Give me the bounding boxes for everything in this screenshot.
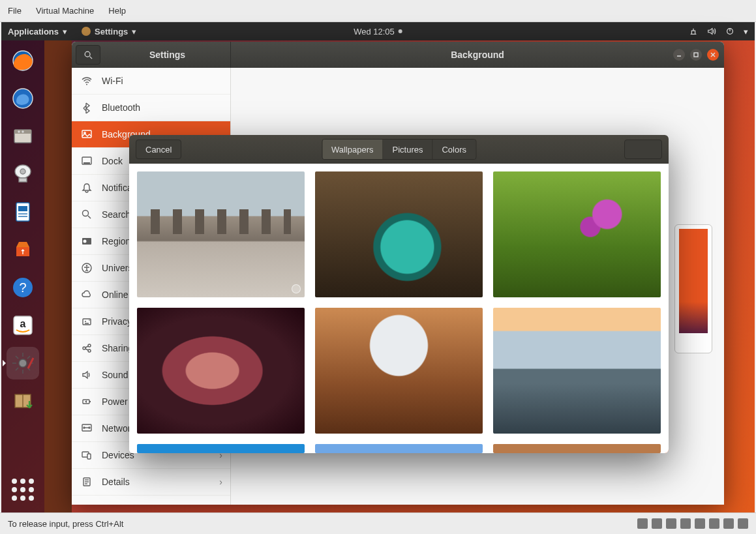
launcher-writer[interactable] [7,196,39,228]
show-applications-button[interactable] [7,473,39,506]
desktop: ? a Settings Background [1,40,755,512]
tray-icon[interactable] [723,518,734,529]
launcher-settings[interactable] [7,347,39,379]
svg-line-42 [88,216,91,218]
svg-rect-33 [694,53,698,57]
select-button[interactable] [624,140,662,159]
accessibility-icon [81,262,93,274]
cloud-icon [81,289,93,301]
window-minimize-button[interactable] [673,49,685,61]
svg-rect-9 [19,178,27,182]
svg-rect-37 [82,130,91,138]
host-menu-vm[interactable]: Virtual Machine [36,6,94,16]
dock-icon [81,155,93,167]
launcher: ? a [1,40,44,512]
tab-wallpapers[interactable]: Wallpapers [322,140,384,159]
window-maximize-button[interactable] [690,49,702,61]
svg-point-19 [19,359,27,367]
wallpaper-thumb[interactable] [315,171,483,297]
tray-icon[interactable] [680,518,691,529]
tray-icon[interactable] [652,518,662,529]
window-close-button[interactable] [707,49,719,61]
host-status-hint: To release input, press Ctrl+Alt [8,519,123,529]
launcher-help[interactable]: ? [7,271,39,304]
svg-line-31 [90,57,93,59]
dialog-tab-switcher: Wallpapers Pictures Colors [322,139,476,160]
applications-menu[interactable]: Applications▾ [8,27,67,37]
tray-icon[interactable] [709,518,719,529]
svg-point-48 [89,319,90,321]
wallpaper-thumb[interactable] [493,171,661,297]
svg-point-44 [83,240,87,243]
svg-rect-40 [83,162,90,164]
details-icon [81,476,93,488]
launcher-thunderbird[interactable] [7,82,39,115]
svg-text:a: a [20,318,26,329]
tray-icon[interactable] [738,518,748,529]
background-icon [81,128,93,140]
settings-search-button[interactable] [76,45,100,65]
host-tray [637,518,748,529]
wallpaper-thumb[interactable] [493,308,661,434]
wallpaper-thumb[interactable] [315,444,483,453]
sidebar-item-details[interactable]: Details› [72,469,230,496]
sidebar-item-label: Details [102,477,130,487]
selected-indicator-icon [292,284,301,293]
svg-point-58 [89,427,90,428]
host-menu-file[interactable]: File [8,6,22,16]
svg-point-36 [86,84,87,85]
wallpaper-thumb[interactable] [137,171,305,297]
background-window-strip [44,40,72,512]
svg-rect-61 [87,454,91,459]
svg-line-27 [16,368,18,370]
launcher-package[interactable] [7,385,39,417]
launcher-files[interactable] [7,120,39,153]
cancel-button[interactable]: Cancel [136,140,181,159]
tray-icon[interactable] [637,518,648,529]
wallpaper-thumb[interactable] [137,308,305,434]
host-statusbar: To release input, press Ctrl+Alt [0,512,756,534]
settings-titlebar: Settings Background [72,42,724,68]
svg-line-24 [16,356,18,359]
svg-line-53 [85,349,88,350]
sidebar-item-bluetooth[interactable]: Bluetooth [72,95,230,121]
tray-icon[interactable] [666,518,676,529]
search-icon [83,50,93,59]
power-icon [81,396,93,408]
panel-system-area: ▾ [689,27,748,37]
wallpaper-thumb[interactable] [137,444,305,453]
svg-rect-11 [18,206,27,211]
svg-rect-10 [16,203,29,221]
network-icon[interactable] [689,27,698,36]
search-icon [81,209,93,220]
network-icon [81,423,93,434]
svg-point-6 [22,131,23,132]
sidebar-item-wifi[interactable]: Wi-Fi [72,68,230,95]
svg-point-49 [83,347,85,349]
volume-icon[interactable] [707,27,716,36]
svg-point-41 [83,211,89,216]
sound-icon [81,369,93,381]
tab-colors[interactable]: Colors [432,140,476,159]
tab-pictures[interactable]: Pictures [384,140,433,159]
tray-icon[interactable] [695,518,705,529]
share-icon [81,342,93,354]
bell-icon [81,182,93,194]
svg-text:?: ? [19,280,26,295]
host-menu-help[interactable]: Help [108,6,126,16]
sidebar-item-label: Wi-Fi [102,76,123,86]
svg-line-26 [27,356,30,359]
chevron-down-icon[interactable]: ▾ [744,27,748,37]
privacy-icon [81,316,93,327]
wallpaper-thumb[interactable] [493,444,661,453]
panel-app-indicator[interactable]: Settings▾ [82,27,136,37]
wallpaper-dialog: Cancel Wallpapers Pictures Colors [129,135,669,453]
panel-clock[interactable]: Wed 12:05 [354,27,402,37]
launcher-firefox[interactable] [7,44,39,77]
wallpaper-thumb[interactable] [315,308,483,434]
launcher-rhythmbox[interactable] [7,158,39,190]
power-icon[interactable] [725,27,734,36]
wallpaper-grid[interactable] [129,164,669,453]
launcher-amazon[interactable]: a [7,309,39,342]
launcher-software[interactable] [7,233,39,266]
